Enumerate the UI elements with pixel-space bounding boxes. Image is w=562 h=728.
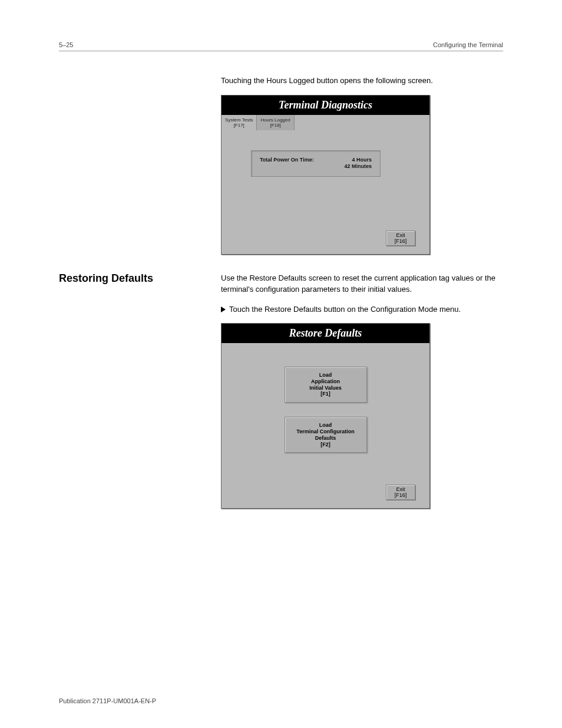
publication-id: Publication 2711P-UM001A-EN-P xyxy=(59,697,156,704)
exit-label: Exit xyxy=(396,232,405,238)
tab-hours-logged[interactable]: Hours Logged [F18] xyxy=(257,115,294,130)
exit-fkey: [F16] xyxy=(395,238,407,244)
restore-intro-text: Use the Restore Defaults screen to reset… xyxy=(221,272,503,295)
terminal-diagnostics-screenshot: Terminal Diagnostics System Tests [F17] … xyxy=(221,95,430,255)
power-on-label: Total Power On Time: xyxy=(260,157,314,170)
page-number: 5–25 xyxy=(59,41,73,48)
restore-window-title: Restore Defaults xyxy=(222,324,429,343)
page-footer: Publication 2711P-UM001A-EN-P xyxy=(59,697,503,704)
tab-fkey: [F18] xyxy=(260,123,290,128)
page-header: 5–25 Configuring the Terminal xyxy=(59,41,503,51)
load-terminal-config-defaults-button[interactable]: Load Terminal Configuration Defaults [F2… xyxy=(285,417,367,453)
minutes-unit: Minutes xyxy=(352,163,372,169)
tab-label: System Tests xyxy=(225,117,253,123)
restore-defaults-screenshot: Restore Defaults Load Application Initia… xyxy=(221,323,430,509)
diag-window-title: Terminal Diagnostics xyxy=(222,95,429,115)
tab-label: Hours Logged xyxy=(260,117,290,123)
tab-system-tests[interactable]: System Tests [F17] xyxy=(222,115,257,130)
minutes-value: 42 xyxy=(344,163,350,169)
exit-fkey: [F16] xyxy=(395,492,407,498)
step-arrow-icon xyxy=(221,307,226,312)
hours-unit: Hours xyxy=(356,157,372,163)
diag-tab-row: System Tests [F17] Hours Logged [F18] xyxy=(222,115,429,130)
load-app-initial-values-button[interactable]: Load Application Initial Values [F1] xyxy=(285,367,367,403)
tab-fkey: [F17] xyxy=(225,123,253,128)
restore-heading: Restoring Defaults xyxy=(59,272,209,285)
power-on-time-panel: Total Power On Time: 4 Hours 42 Minutes xyxy=(251,150,381,177)
hours-value: 4 xyxy=(352,157,355,163)
diag-exit-button[interactable]: Exit [F16] xyxy=(386,230,415,246)
exit-label: Exit xyxy=(396,486,405,492)
restore-exit-button[interactable]: Exit [F16] xyxy=(386,485,415,500)
diag-intro-text: Touching the Hours Logged button opens t… xyxy=(221,75,503,87)
chapter-title: Configuring the Terminal xyxy=(433,41,503,48)
restore-step: Touch the Restore Defaults button on the… xyxy=(221,304,503,315)
